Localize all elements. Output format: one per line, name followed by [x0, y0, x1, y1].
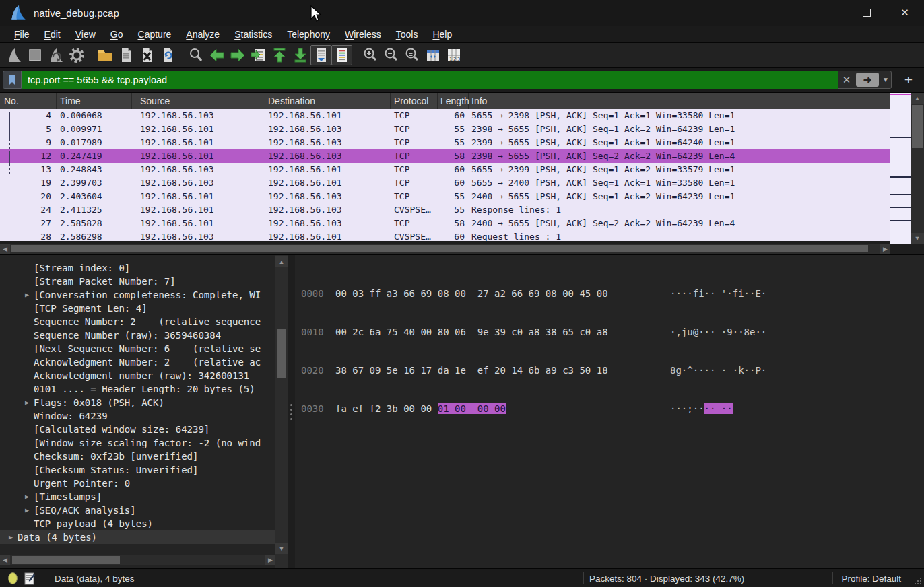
reload-file-button[interactable] — [157, 45, 178, 65]
capture-options-button[interactable] — [66, 45, 87, 65]
zoom-in-button[interactable] — [360, 45, 381, 65]
packet-row[interactable]: 282.586298192.168.56.103192.168.56.101CV… — [0, 230, 890, 241]
resize-columns-button[interactable] — [422, 45, 443, 65]
detail-line[interactable]: ▶[Timestamps] — [0, 490, 275, 504]
column-header-destination[interactable]: Destination — [265, 93, 391, 109]
stop-capture-button[interactable] — [24, 45, 45, 65]
packet-row[interactable]: 50.009971192.168.56.101192.168.56.103TCP… — [0, 123, 890, 136]
hex-bytes[interactable]: 00 2c 6a 75 40 00 80 06 9e 39 c0 a8 38 6… — [335, 326, 670, 339]
scrollbar-thumb[interactable] — [912, 105, 923, 148]
expand-arrow-icon[interactable]: ▶ — [20, 490, 34, 504]
detail-line[interactable]: Checksum: 0xf23b [unverified] — [0, 450, 275, 463]
capture-comment-icon[interactable] — [24, 572, 36, 585]
save-file-button[interactable] — [115, 45, 136, 65]
detail-line[interactable]: ▶Flags: 0x018 (PSH, ACK) — [0, 396, 275, 409]
zoom-out-button[interactable] — [381, 45, 401, 65]
detail-line[interactable]: ▶[Conversation completeness: Complete, W… — [0, 288, 275, 302]
detail-line[interactable]: Acknowledgment number (raw): 342600131 — [0, 369, 275, 382]
column-header-no[interactable]: No. — [0, 93, 57, 109]
detail-line-data[interactable]: ▶Data (4 bytes) — [0, 530, 275, 544]
hex-row-selected[interactable]: 0030fa ef f2 3b 00 00 01 00 00 00···;···… — [301, 403, 924, 415]
detail-line[interactable]: [Next Sequence Number: 6 (relative se — [0, 342, 275, 355]
menu-help[interactable]: Help — [425, 29, 459, 40]
hex-row[interactable]: 000000 03 ff a3 66 69 08 00 27 a2 66 69 … — [301, 287, 924, 300]
column-header-time[interactable]: Time — [57, 93, 132, 109]
scroll-up-icon[interactable]: ▲ — [275, 256, 288, 267]
expand-arrow-icon[interactable]: ▶ — [20, 396, 34, 409]
menu-file[interactable]: File — [7, 29, 37, 40]
scroll-right-icon[interactable]: ▶ — [880, 244, 890, 254]
hex-ascii[interactable]: ···;···· ·· — [670, 403, 733, 415]
auto-scroll-button[interactable] — [310, 45, 331, 65]
profile-text[interactable]: Profile: Default — [841, 574, 901, 584]
scrollbar-thumb[interactable] — [11, 245, 868, 252]
column-header-protocol[interactable]: Protocol — [391, 93, 438, 109]
pane-splitter[interactable] — [288, 255, 295, 568]
packet-row[interactable]: 40.006068192.168.56.103192.168.56.101TCP… — [0, 109, 890, 123]
hex-bytes[interactable]: 00 03 ff a3 66 69 08 00 27 a2 66 69 08 0… — [335, 287, 670, 300]
hex-selected-bytes[interactable]: 01 00 00 00 — [438, 403, 506, 414]
filter-dropdown-button[interactable]: ▼ — [880, 76, 891, 83]
expert-info-icon[interactable] — [8, 572, 18, 584]
column-header-source[interactable]: Source — [132, 93, 265, 109]
detail-line[interactable]: Urgent Pointer: 0 — [0, 477, 275, 490]
scroll-up-icon[interactable]: ▲ — [911, 93, 924, 104]
packet-row[interactable]: 242.411325192.168.56.101192.168.56.103CV… — [0, 203, 890, 217]
detail-line[interactable]: [Window size scaling factor: -2 (no wind — [0, 436, 275, 450]
zoom-original-button[interactable] — [401, 45, 422, 65]
start-capture-button[interactable] — [3, 45, 24, 65]
packet-row[interactable]: 202.403604192.168.56.101192.168.56.103TC… — [0, 190, 890, 203]
details-hscrollbar[interactable]: ◀ ▶ — [0, 555, 275, 565]
scroll-left-icon[interactable]: ◀ — [0, 244, 10, 254]
go-first-packet-button[interactable] — [269, 45, 290, 65]
packet-row-selected[interactable]: 120.247419192.168.56.101192.168.56.103TC… — [0, 149, 890, 163]
packet-minimap[interactable] — [890, 93, 911, 244]
detail-line[interactable]: Acknowledgment Number: 2 (relative ac — [0, 355, 275, 369]
detail-line[interactable]: Window: 64239 — [0, 409, 275, 423]
go-forward-button[interactable] — [227, 45, 248, 65]
scrollbar-thumb[interactable] — [12, 556, 120, 564]
detail-line[interactable]: [TCP Segment Len: 4] — [0, 302, 275, 315]
menu-edit[interactable]: Edit — [37, 29, 68, 40]
menu-analyze[interactable]: Analyze — [178, 29, 227, 40]
menu-view[interactable]: View — [68, 29, 103, 40]
resize-grip[interactable] — [914, 577, 922, 585]
maximize-button[interactable] — [847, 0, 886, 26]
packet-list-vscrollbar[interactable]: ▲ ▼ — [911, 93, 924, 244]
go-to-packet-button[interactable] — [248, 45, 269, 65]
scrollbar-thumb[interactable] — [277, 329, 286, 378]
hex-row[interactable]: 002038 67 09 5e 16 17 da 1e ef 20 14 6b … — [301, 364, 924, 377]
menu-capture[interactable]: Capture — [131, 29, 179, 40]
display-filter-input[interactable] — [22, 71, 838, 89]
expand-arrow-icon[interactable]: ▶ — [20, 504, 34, 517]
menu-tools[interactable]: Tools — [389, 29, 426, 40]
filter-apply-button[interactable]: ➜ — [856, 73, 879, 87]
detail-line[interactable]: [Stream index: 0] — [0, 261, 275, 275]
detail-line[interactable]: 0101 .... = Header Length: 20 bytes (5) — [0, 382, 275, 396]
detail-line[interactable]: TCP payload (4 bytes) — [0, 517, 275, 530]
details-vscrollbar[interactable]: ▲ ▼ — [275, 255, 288, 568]
column-header-info[interactable]: Info — [469, 93, 924, 109]
scroll-right-icon[interactable]: ▶ — [265, 555, 275, 565]
expand-arrow-icon[interactable]: ▶ — [20, 288, 34, 302]
scroll-left-icon[interactable]: ◀ — [0, 555, 10, 565]
menu-go[interactable]: Go — [103, 29, 131, 40]
go-last-packet-button[interactable] — [290, 45, 310, 65]
menu-wireless[interactable]: Wireless — [337, 29, 389, 40]
hex-row[interactable]: 001000 2c 6a 75 40 00 80 06 9e 39 c0 a8 … — [301, 326, 924, 339]
column-header-length[interactable]: Length — [438, 93, 469, 109]
menu-statistics[interactable]: Statistics — [227, 29, 279, 40]
find-packet-button[interactable] — [185, 45, 206, 65]
detail-line[interactable]: [Calculated window size: 64239] — [0, 423, 275, 436]
hex-selected-ascii[interactable]: ·· ·· — [704, 403, 733, 414]
detail-line[interactable]: Sequence Number: 2 (relative sequence — [0, 315, 275, 329]
restart-capture-button[interactable] — [45, 45, 66, 65]
detail-line[interactable]: ▶[SEQ/ACK analysis] — [0, 504, 275, 517]
open-file-button[interactable] — [94, 45, 115, 65]
expand-arrow-icon[interactable]: ▶ — [4, 530, 18, 544]
packet-row[interactable]: 130.248843192.168.56.103192.168.56.101TC… — [0, 163, 890, 176]
colorize-button[interactable] — [331, 45, 352, 65]
packet-row[interactable]: 272.585828192.168.56.101192.168.56.103TC… — [0, 217, 890, 230]
hex-ascii[interactable]: 8g·^···· · ·k··P· — [670, 364, 766, 377]
go-back-button[interactable] — [206, 45, 227, 65]
